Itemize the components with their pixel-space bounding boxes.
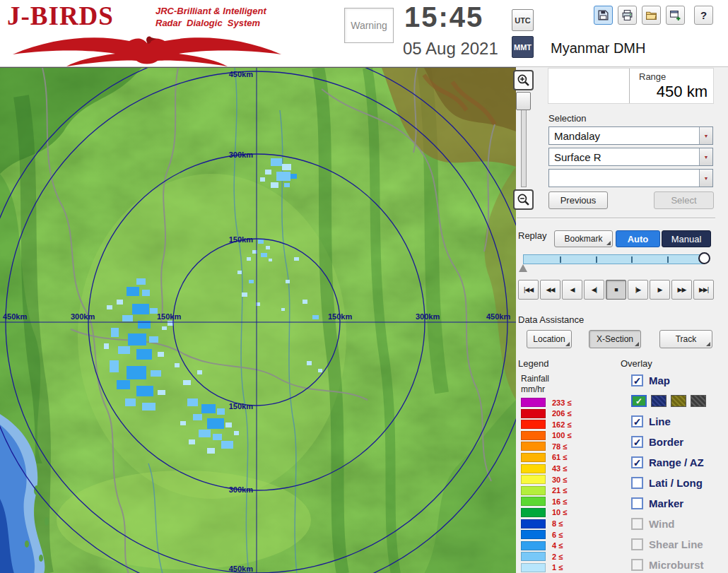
legend-row: 162 ≤ [521,420,599,429]
legend-color-swatch [521,497,546,506]
checkbox[interactable]: ✓ [631,456,643,468]
clock-time: 15:45 [404,1,483,33]
playback-fast-forward-button[interactable]: ▶▶ [671,280,692,300]
chevron-down-icon[interactable]: ▼ [699,170,712,187]
svg-text:150km: 150km [157,312,181,321]
option-dropdown[interactable]: ▼ [548,169,713,187]
replay-section-label: Replay [518,230,546,241]
jbirds-app: J-BIRDS JRC-Brilliant & IntelligentRadar… [0,0,728,573]
radar-map-area: 450km300km150km150km300km450km450km300km… [0,67,516,573]
floppy-icon [597,9,609,21]
legend-row: 21 ≤ [521,486,599,495]
map-style-olive-swatch[interactable] [671,395,686,407]
legend-unit-line2: mm/hr [521,384,545,394]
header-bar: J-BIRDS JRC-Brilliant & IntelligentRadar… [0,0,728,67]
overlay-item-map[interactable]: ✓Map [631,370,727,391]
rainfall-legend: 233 ≤206 ≤162 ≤100 ≤78 ≤61 ≤43 ≤30 ≤21 ≤… [521,398,599,573]
playback-fast-rewind-button[interactable]: ◀◀ [540,280,560,300]
playback-jump-start-button[interactable]: |◀◀ [518,280,539,300]
legend-row: 16 ≤ [521,497,599,506]
manual-mode-button[interactable]: Manual [662,230,711,247]
overlay-item-line[interactable]: ✓Line [631,411,727,432]
legend-row: 100 ≤ [521,431,599,440]
radar-map[interactable]: 450km300km150km150km300km450km450km300km… [0,68,516,573]
checkbox[interactable]: ✓ [631,415,643,427]
svg-text:450km: 450km [3,312,27,321]
overlay-item-border[interactable]: ✓Border [631,432,727,452]
eagle-icon [8,33,286,66]
legend-color-swatch [521,420,546,429]
warning-indicator: Warning [344,8,394,43]
chevron-down-icon[interactable]: ▼ [699,148,712,165]
zoom-slider-thumb[interactable] [516,92,531,110]
overlay-item-label: Line [649,415,671,427]
checkbox[interactable] [631,538,643,550]
station-dropdown[interactable]: Mandalay ▼ [548,126,713,145]
checkbox[interactable] [631,518,643,530]
legend-value: 30 ≤ [552,475,567,484]
svg-text:300km: 300km [229,485,253,494]
overlay-item-microburst[interactable]: Microburst [631,555,727,573]
checkbox[interactable]: ✓ [631,436,643,448]
print-button[interactable] [618,6,637,25]
playback-play-reverse-button[interactable]: ◀ [562,280,582,300]
playback-step-back-button[interactable]: ◀| [584,280,604,300]
legend-row: 8 ≤ [521,519,599,528]
legend-color-swatch [521,519,546,528]
legend-unit-line1: Rainfall [521,374,549,384]
warning-label: Warning [351,20,387,31]
svg-text:450km: 450km [229,70,253,78]
x-section-button[interactable]: X-Section [589,330,641,348]
bookmark-button[interactable]: Bookmark [554,230,613,247]
map-style-navy-swatch[interactable] [651,395,667,407]
timeline-tick [631,256,633,263]
timeline-thumb[interactable] [698,252,710,264]
svg-text:300km: 300km [71,312,95,321]
product-dropdown[interactable]: Surface R ▼ [548,148,713,166]
playback-play-button[interactable]: ▶ [650,280,670,300]
svg-text:300km: 300km [229,150,253,159]
overlay-item-lati_long[interactable]: Lati / Long [631,473,727,493]
station-dropdown-value: Mandalay [549,127,699,144]
track-button[interactable]: Track [659,330,712,348]
playback-jump-end-button[interactable]: ▶▶| [693,280,714,300]
timezone-mmt-button[interactable]: MMT [512,36,534,58]
legend-value: 6 ≤ [552,531,563,539]
legend-value: 78 ≤ [552,442,567,451]
save-button[interactable] [594,6,613,25]
select-button[interactable]: Select [654,191,714,209]
playback-step-forward-button[interactable]: |▶ [628,280,648,300]
legend-color-swatch [521,508,546,517]
timezone-utc-button[interactable]: UTC [512,9,534,31]
playback-stop-button[interactable]: ■ [606,280,626,300]
svg-text:450km: 450km [229,565,253,573]
checkbox[interactable] [631,497,643,509]
previous-button[interactable]: Previous [548,191,608,209]
overlay-item-wind[interactable]: Wind [631,514,727,534]
legend-row: 233 ≤ [521,398,599,407]
map-style-green-swatch[interactable]: ✓ [631,395,647,407]
legend-row: 206 ≤ [521,409,599,418]
legend-color-swatch [521,552,546,561]
map-style-swatches: ✓ [631,391,727,411]
checkbox[interactable]: ✓ [631,374,643,386]
checkbox[interactable] [631,477,643,489]
jbirds-logo: J-BIRDS JRC-Brilliant & IntelligentRadar… [7,1,297,66]
station-name: Myanmar DMH [551,40,645,57]
checkbox[interactable] [631,559,643,571]
auto-mode-button[interactable]: Auto [616,230,660,247]
overlay-item-shear_line[interactable]: Shear Line [631,534,727,555]
overlay-item-range_az[interactable]: ✓Range / AZ [631,452,727,473]
divider [629,69,630,103]
open-button[interactable] [642,6,661,25]
overlay-item-marker[interactable]: Marker [631,493,727,514]
location-button[interactable]: Location [527,330,572,348]
capture-button[interactable] [666,6,685,25]
chevron-down-icon[interactable]: ▼ [699,127,712,144]
window-plus-icon [669,9,681,21]
map-style-gray-swatch[interactable] [691,395,706,407]
zoom-out-button[interactable] [513,189,534,210]
replay-timeline-slider[interactable] [523,254,704,264]
help-button[interactable]: ? [694,6,713,25]
zoom-in-button[interactable] [513,70,534,90]
